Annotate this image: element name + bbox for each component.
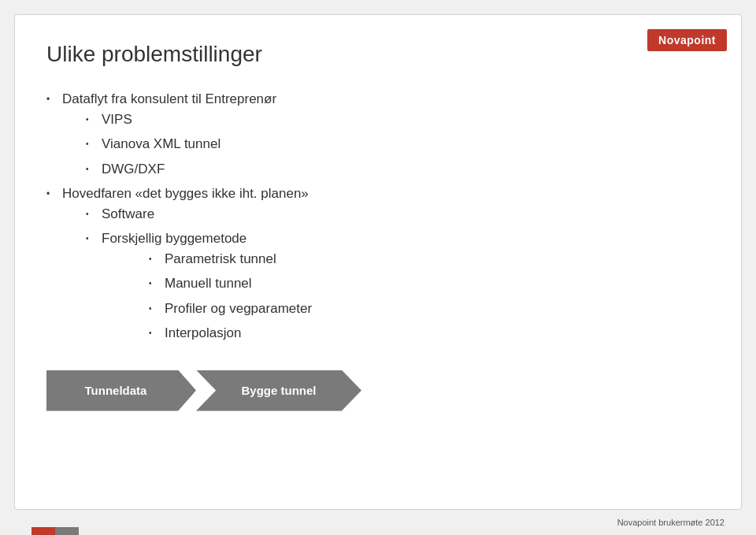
list-item: Interpolasjon <box>149 323 710 344</box>
sub-sub-bullet-list: Parametrisk tunnel Manuell tunnel Profil… <box>149 249 710 344</box>
list-item: Parametrisk tunnel <box>149 249 710 269</box>
list-item: Hovedfaren «det bygges ikke iht. planen»… <box>46 184 710 344</box>
slide-container: Novapoint Ulike problemstillinger Datafl… <box>14 14 742 510</box>
content-area: Dataflyt fra konsulent til Entreprenør V… <box>46 89 710 485</box>
main-bullet-list: Dataflyt fra konsulent til Entreprenør V… <box>46 89 710 348</box>
novapoint-logo: Novapoint <box>647 29 727 51</box>
list-item: Manuell tunnel <box>149 273 710 294</box>
footer: Novapoint brukermøte 2012 <box>14 510 742 535</box>
list-item: Forskjellig byggemetode Parametrisk tunn… <box>86 228 710 344</box>
list-item: Dataflyt fra konsulent til Entreprenør V… <box>46 89 710 179</box>
footer-bars <box>32 510 79 535</box>
footer-bar-red <box>32 527 55 535</box>
sub-bullet-list: VIPS Vianova XML tunnel DWG/DXF <box>86 110 710 180</box>
list-item: VIPS <box>86 110 710 130</box>
list-item: DWG/DXF <box>86 159 710 180</box>
slide-title: Ulike problemstillinger <box>46 42 710 67</box>
list-item: Software <box>86 204 710 225</box>
process-area: Tunneldata Bygge tunnel <box>46 370 710 411</box>
footer-text: Novapoint brukermøte 2012 <box>617 518 724 527</box>
list-item: Vianova XML tunnel <box>86 134 710 154</box>
bygge-tunnel-arrow: Bygge tunnel <box>196 370 361 411</box>
sub-bullet-list: Software Forskjellig byggemetode Paramet… <box>86 204 710 344</box>
footer-bar-gray <box>55 527 79 535</box>
list-item: Profiler og vegparameter <box>149 299 710 319</box>
tunneldata-arrow: Tunneldata <box>46 370 196 411</box>
